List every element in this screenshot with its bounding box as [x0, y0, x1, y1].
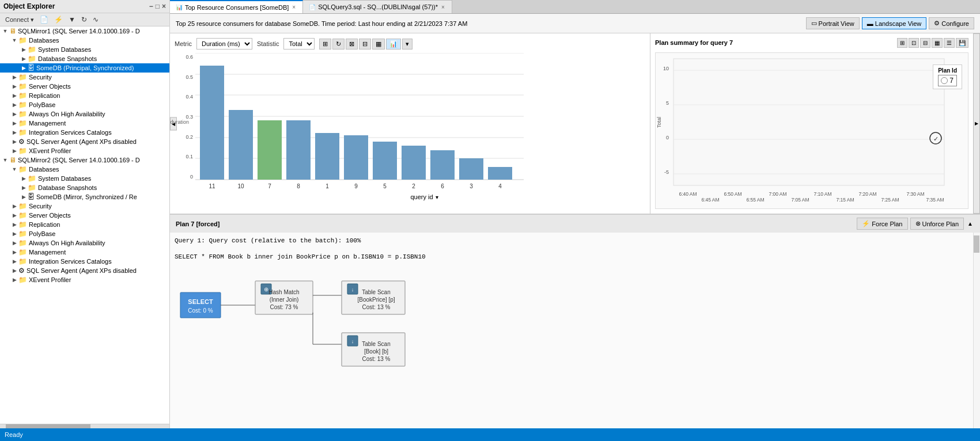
refresh-icon[interactable]: ↻: [80, 15, 89, 24]
statistic-select[interactable]: Total: [283, 38, 315, 50]
toolbar-btn-4[interactable]: ⊟: [359, 39, 371, 50]
portrait-view-button[interactable]: ▭ Portrait View: [806, 17, 860, 29]
tree-item-somedb1[interactable]: ▶ 🗄 SomeDB (Principal, Synchronized): [0, 63, 169, 73]
x-axis-expand-button[interactable]: ▾: [436, 194, 438, 200]
toolbar-btn-2[interactable]: ↻: [332, 39, 345, 50]
tree-item-alwayson2[interactable]: ▶ 📁 Always On High Availability: [0, 238, 169, 248]
svg-text:7:10 AM: 7:10 AM: [813, 191, 831, 197]
bar-8[interactable]: [286, 120, 311, 180]
tree-item-sqlmirror2[interactable]: ▼ 🖥 SQLMirror2 (SQL Server 14.0.1000.169…: [0, 155, 169, 165]
tree-item-integration2[interactable]: ▶ 📁 Integration Services Catalogs: [0, 257, 169, 266]
tab-close-button[interactable]: ×: [291, 4, 297, 10]
tree-item-somedb2[interactable]: ▶ 🗄 SomeDB (Mirror, Synchronized / Re: [0, 192, 169, 202]
tree-item-agent1[interactable]: ▶ ⚙ SQL Server Agent (Agent XPs disabled: [0, 137, 169, 146]
tab-top-resource[interactable]: 📊 Top Resource Consumers [SomeDB] ×: [170, 0, 303, 13]
svg-text:✓: ✓: [933, 135, 939, 142]
content-panel: 📊 Top Resource Consumers [SomeDB] × 📄 SQ…: [170, 0, 980, 428]
new-query-icon[interactable]: 📄: [38, 15, 50, 24]
plan-id-circle: [941, 77, 948, 84]
plan-grid-btn[interactable]: ▦: [932, 38, 943, 48]
svg-text:[BookPrice] [p]: [BookPrice] [p]: [357, 296, 395, 303]
unforce-plan-icon: ⊗: [915, 220, 921, 227]
tree-item-security2[interactable]: ▶ 📁 Security: [0, 202, 169, 211]
landscape-icon: ▬: [867, 20, 873, 27]
bar-11[interactable]: [200, 66, 224, 180]
toolbar-btn-expand[interactable]: ▾: [402, 39, 413, 50]
tab-label: Top Resource Consumers [SomeDB]: [185, 4, 289, 11]
bar-1[interactable]: [315, 133, 339, 180]
bar-9[interactable]: [344, 135, 368, 180]
expand-right-button[interactable]: ▶: [973, 33, 980, 214]
expand-icon: ▶: [10, 240, 18, 246]
plan-zoom-fit-btn[interactable]: ⊡: [909, 38, 919, 48]
tree-item-xevent2[interactable]: ▶ 📁 XEvent Profiler: [0, 275, 169, 284]
bar-4[interactable]: [488, 167, 512, 180]
query-text-line1: Query 1: Query cost (relative to the bat…: [175, 237, 975, 244]
plan-zoom-in-btn[interactable]: ⊞: [897, 38, 907, 48]
tree-item-databases2[interactable]: ▼ 📁 Databases: [0, 165, 169, 174]
vertical-scrollbar[interactable]: [973, 233, 980, 428]
filter-icon[interactable]: ▼: [67, 15, 77, 24]
toolbar-btn-3[interactable]: ⊠: [346, 39, 358, 50]
expand-icon: ▶: [10, 277, 18, 283]
tree-item-db-snapshots1[interactable]: ▶ 📁 Database Snapshots: [0, 54, 169, 63]
x-axis-label: query id: [410, 193, 433, 200]
plan-save-btn[interactable]: 💾: [956, 38, 968, 48]
toolbar-btn-1[interactable]: ⊞: [319, 39, 331, 50]
svg-text:↓: ↓: [351, 339, 354, 344]
unforce-plan-button[interactable]: ⊗ Unforce Plan: [910, 218, 964, 230]
bar-10[interactable]: [229, 110, 253, 180]
tree-item-security1[interactable]: ▶ 📁 Security: [0, 73, 169, 82]
databases1-label: Databases: [29, 37, 59, 44]
tree-item-server-objects1[interactable]: ▶ 📁 Server Objects: [0, 82, 169, 91]
tree-item-agent2[interactable]: ▶ ⚙ SQL Server Agent (Agent XPs disabled: [0, 266, 169, 275]
tree-item-polybase2[interactable]: ▶ 📁 PolyBase: [0, 229, 169, 238]
metric-select[interactable]: Duration (ms): [196, 38, 252, 50]
tab-sql-query[interactable]: 📄 SQLQuery3.sql - SQ...(DUBLIN\sgal (57)…: [303, 0, 452, 13]
close-icon[interactable]: ×: [162, 2, 166, 10]
toolbar-btn-5[interactable]: ▦: [372, 39, 385, 50]
svg-text:-5: -5: [664, 169, 669, 175]
expand-icon: ▶: [10, 120, 18, 126]
tree-item-management1[interactable]: ▶ 📁 Management: [0, 119, 169, 128]
tree-item-system-databases1[interactable]: ▶ 📁 System Databases: [0, 45, 169, 54]
landscape-view-button[interactable]: ▬ Landscape View: [862, 17, 927, 29]
expand-icon: ▶: [10, 102, 18, 108]
plan-list-btn[interactable]: ☰: [944, 38, 955, 48]
expand-icon: ▶: [10, 83, 18, 89]
dock-icon[interactable]: □: [156, 2, 160, 10]
bar-7[interactable]: [258, 120, 282, 180]
tree-item-server-objects2[interactable]: ▶ 📁 Server Objects: [0, 211, 169, 220]
tree-item-sqlmirror1[interactable]: ▼ 🖥 SQLMirror1 (SQL Server 14.0.1000.169…: [0, 26, 169, 36]
connect-icon[interactable]: ⚡: [52, 15, 65, 24]
configure-button[interactable]: ⚙ Configure: [929, 17, 974, 29]
tree-item-integration1[interactable]: ▶ 📁 Integration Services Catalogs: [0, 128, 169, 137]
bar-5[interactable]: [373, 142, 397, 180]
expand-icon: ▶: [20, 47, 28, 52]
replication1-label: Replication: [29, 92, 60, 99]
tree-item-alwayson1[interactable]: ▶ 📁 Always On High Availability: [0, 109, 169, 119]
tab-close-button[interactable]: ×: [440, 4, 446, 10]
svg-text:7:15 AM: 7:15 AM: [836, 197, 854, 203]
plan-section-collapse-btn[interactable]: ▲: [966, 218, 974, 230]
tree-item-management2[interactable]: ▶ 📁 Management: [0, 248, 169, 257]
tree-item-replication1[interactable]: ▶ 📁 Replication: [0, 91, 169, 100]
tree-item-replication2[interactable]: ▶ 📁 Replication: [0, 220, 169, 229]
pin-icon[interactable]: −: [149, 2, 153, 10]
plan-zoom-btn3[interactable]: ⊟: [920, 38, 930, 48]
tree-item-databases1[interactable]: ▼ 📁 Databases: [0, 36, 169, 45]
activity-monitor-icon[interactable]: ∿: [91, 15, 100, 24]
toolbar-btn-chart[interactable]: 📊: [386, 39, 401, 50]
bar-3[interactable]: [459, 158, 483, 180]
connect-button[interactable]: Connect ▾: [3, 16, 36, 24]
svg-rect-23: [673, 59, 944, 185]
expand-icon: ▶: [20, 176, 28, 181]
bar-6[interactable]: [430, 150, 455, 180]
tree-item-polybase1[interactable]: ▶ 📁 PolyBase: [0, 100, 169, 109]
bar-2[interactable]: [402, 146, 426, 180]
horizontal-scrollbar[interactable]: [0, 424, 169, 428]
tree-item-xevent1[interactable]: ▶ 📁 XEvent Profiler: [0, 146, 169, 155]
tree-item-db-snapshots2[interactable]: ▶ 📁 Database Snapshots: [0, 183, 169, 192]
tree-item-system-databases2[interactable]: ▶ 📁 System Databases: [0, 174, 169, 183]
force-plan-button[interactable]: ⚡ Force Plan: [857, 218, 907, 230]
